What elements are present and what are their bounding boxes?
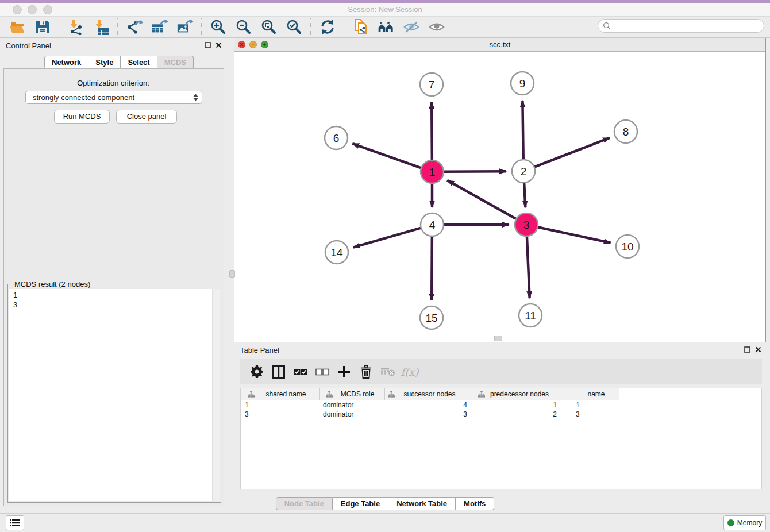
graph-node-label: 6 (333, 132, 340, 144)
unselect-all-icon[interactable] (315, 364, 330, 379)
table-row[interactable]: 1 dominator 4 1 1 (241, 400, 761, 410)
zoom-window-icon[interactable] (43, 5, 52, 14)
graph-edge-2-8[interactable] (535, 138, 610, 167)
tab-network[interactable]: Network (44, 56, 88, 69)
tab-mcds[interactable]: MCDS (157, 56, 194, 69)
tab-motifs[interactable]: Motifs (456, 497, 494, 510)
graph-edge-1-7[interactable] (432, 102, 432, 160)
mcds-result-title: MCDS result (2 nodes) (13, 280, 92, 288)
control-panel-header: Control Panel (0, 38, 226, 54)
column-header-shared-name[interactable]: shared name (241, 388, 320, 400)
graph-node-label: 8 (623, 126, 629, 138)
cell-shared-name: 3 (241, 410, 320, 418)
float-table-panel-icon[interactable] (744, 346, 750, 353)
memory-button[interactable]: Memory (723, 515, 766, 530)
minimize-window-icon[interactable] (28, 5, 37, 14)
zoom-network-icon[interactable]: + (261, 41, 268, 48)
zoom-out-icon[interactable] (235, 18, 252, 36)
zoom-in-icon[interactable] (210, 18, 227, 36)
delete-table-icon (380, 364, 395, 379)
network-view-window: ✕ − + scc.txt 7968124314101511 (234, 38, 766, 342)
first-neighbors-icon[interactable] (378, 18, 395, 36)
delete-column-icon[interactable] (359, 364, 374, 379)
graph-edge-4-15[interactable] (432, 237, 432, 300)
zoom-fit-icon[interactable] (260, 18, 278, 36)
search-field[interactable] (598, 19, 764, 33)
search-input[interactable] (611, 21, 764, 30)
optimization-criterion-label: Optimization criterion: (0, 79, 226, 87)
table-panel-tabs: Node Table Edge Table Network Table Moti… (0, 497, 770, 510)
open-session-icon[interactable] (9, 18, 26, 36)
import-network-icon[interactable] (67, 18, 84, 36)
mcds-result-text[interactable]: 1 3 (9, 289, 213, 501)
close-table-panel-icon[interactable] (755, 346, 761, 353)
tab-network-table[interactable]: Network Table (388, 497, 456, 510)
horizontal-splitter-grip[interactable] (494, 336, 502, 341)
graph-edge-2-3[interactable] (524, 183, 525, 207)
graph-edge-3-11[interactable] (527, 237, 530, 298)
minimize-network-icon[interactable]: − (249, 41, 257, 48)
refresh-icon[interactable] (319, 18, 336, 36)
cell-successor-nodes: 3 (385, 410, 475, 418)
task-history-button[interactable] (6, 515, 24, 530)
close-panel-icon[interactable] (215, 42, 222, 48)
show-all-icon[interactable] (428, 18, 445, 36)
tab-select[interactable]: Select (121, 56, 157, 69)
cell-shared-name: 1 (241, 401, 320, 409)
export-image-icon[interactable] (176, 18, 194, 36)
graph-edge-3-1[interactable] (447, 180, 516, 219)
hide-selected-icon[interactable] (403, 18, 420, 36)
export-network-icon[interactable] (126, 18, 143, 36)
network-graph[interactable]: 7968124314101511 (234, 51, 765, 342)
toolbar-separator (117, 18, 118, 36)
cell-name: 1 (571, 401, 619, 409)
table-panel-title: Table Panel (240, 346, 279, 354)
duplicate-network-icon[interactable] (352, 18, 369, 36)
cell-successor-nodes: 4 (385, 401, 475, 409)
column-header-mcds-role[interactable]: MCDS role (320, 388, 385, 400)
graph-edge-3-10[interactable] (538, 227, 611, 242)
optimization-criterion-select[interactable]: strongly connected component (25, 91, 202, 104)
search-icon (603, 22, 611, 30)
graph-edge-2-9[interactable] (522, 101, 523, 159)
column-header-successor-nodes[interactable]: successor nodes (385, 388, 475, 400)
graph-edge-1-2[interactable] (444, 171, 506, 172)
table-row[interactable]: 3 dominator 3 2 3 (241, 410, 761, 419)
save-session-icon[interactable] (34, 18, 51, 36)
hierarchy-icon (248, 391, 255, 398)
node-table: shared name MCDS role successor nodes pr… (240, 388, 762, 489)
gear-icon[interactable] (249, 364, 264, 379)
control-panel-tabs: Network Style Select MCDS (44, 56, 194, 69)
network-view-titlebar: ✕ − + scc.txt (234, 38, 765, 52)
graph-edge-4-14[interactable] (353, 228, 421, 248)
column-view-icon[interactable] (271, 364, 286, 379)
column-header-name[interactable]: name (571, 388, 619, 400)
table-panel-header: Table Panel (234, 342, 766, 358)
tab-node-table[interactable]: Node Table (276, 497, 333, 510)
tab-style[interactable]: Style (88, 56, 121, 69)
network-window-controls: ✕ − + (238, 41, 272, 48)
tab-edge-table[interactable]: Edge Table (333, 497, 388, 510)
float-panel-icon[interactable] (205, 42, 211, 48)
select-all-icon[interactable] (293, 364, 308, 379)
add-column-icon[interactable] (337, 364, 352, 379)
run-mcds-button[interactable]: Run MCDS (54, 110, 110, 124)
list-icon (10, 519, 20, 527)
graph-edge-1-6[interactable] (352, 144, 421, 168)
column-header-predecessor-nodes[interactable]: predecessor nodes (475, 388, 571, 400)
export-table-icon[interactable] (151, 18, 168, 36)
toolbar-separator (310, 18, 311, 36)
result-scrollbar[interactable] (212, 289, 220, 501)
zoom-selected-icon[interactable] (286, 18, 303, 36)
vertical-splitter-grip[interactable] (229, 270, 235, 278)
node-table-header: shared name MCDS role successor nodes pr… (241, 388, 620, 400)
hierarchy-icon (478, 391, 485, 398)
graph-node-label: 4 (429, 219, 436, 231)
close-window-icon[interactable] (13, 5, 22, 14)
graph-node-label: 2 (521, 165, 527, 178)
select-chevrons-icon (193, 94, 198, 101)
close-network-icon[interactable]: ✕ (238, 41, 245, 48)
hierarchy-icon (326, 391, 333, 398)
close-panel-button[interactable]: Close panel (116, 110, 177, 124)
import-table-icon[interactable] (93, 18, 110, 36)
